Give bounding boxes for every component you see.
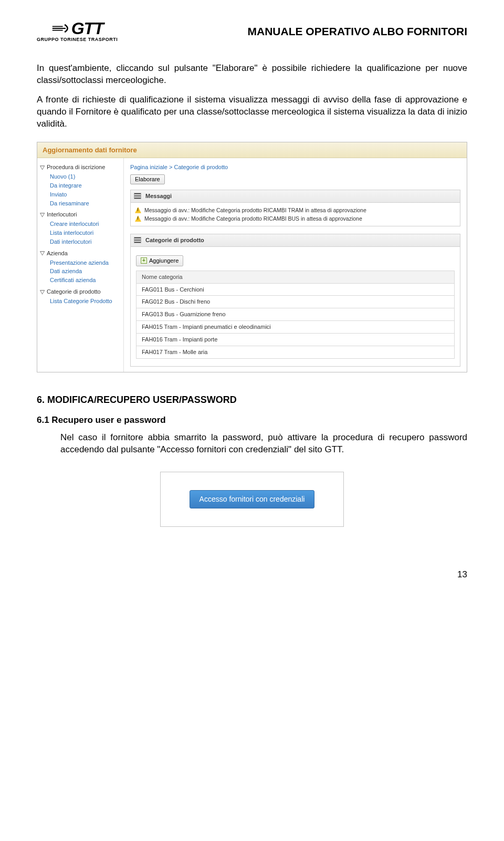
section-6-1-body: Nel caso il fornitore abbia smarrito la … <box>60 432 467 456</box>
categories-panel-header: Categorie di prodotto <box>130 234 460 247</box>
sidebar-item[interactable]: Nuovo (1) <box>40 172 121 181</box>
sidebar-item[interactable]: Dati interlocutori <box>40 237 121 246</box>
document-title: MANUALE OPERATIVO ALBO FORNITORI <box>248 24 467 39</box>
embedded-screenshot: Aggiornamento dati fornitore ▽Procedura … <box>37 142 467 372</box>
elaborare-button[interactable]: Elaborare <box>130 174 165 184</box>
panel-collapse-icon[interactable] <box>134 193 141 199</box>
caret-icon: ▽ <box>40 288 45 296</box>
table-row[interactable]: FAG013 Bus - Guarnizione freno <box>136 308 455 321</box>
page-number: 13 <box>37 569 467 581</box>
screenshot-title-bar: Aggiornamento dati fornitore <box>37 142 467 159</box>
category-name-cell: FAH016 Tram - Impianti porte <box>136 333 455 346</box>
main-panel: Pagina iniziale > Categorie di prodotto … <box>124 158 467 371</box>
message-text: Messaggio di avv.: Modifiche Categoria p… <box>144 215 362 222</box>
breadcrumb[interactable]: Pagina iniziale > Categorie di prodotto <box>130 163 460 171</box>
warning-icon <box>135 215 141 222</box>
section-6-1-heading: 6.1 Recupero user e password <box>37 414 467 427</box>
table-row[interactable]: FAH015 Tram - Impianti pneumatici e oleo… <box>136 321 455 334</box>
gtt-logo: GTT GRUPPO TORINESE TRASPORTI <box>37 21 118 43</box>
sidebar-group-title[interactable]: ▽Interlocutori <box>40 211 121 219</box>
plus-icon: + <box>141 257 147 264</box>
messages-panel-header: Messaggi <box>130 190 460 203</box>
sidebar-group-title[interactable]: ▽Azienda <box>40 250 121 257</box>
logo-subtitle: GRUPPO TORINESE TRASPORTI <box>37 36 118 43</box>
section-6-heading: 6. MODIFICA/RECUPERO USER/PASSWORD <box>37 393 467 406</box>
sidebar-item[interactable]: Dati azienda <box>40 267 121 276</box>
add-button-label: Aggiungere <box>149 257 178 265</box>
add-button[interactable]: + Aggiungere <box>136 255 183 266</box>
table-row[interactable]: FAH016 Tram - Impianti porte <box>136 333 455 346</box>
categories-table: Nome categoria FAG011 Bus - CerchioniFAG… <box>136 271 455 359</box>
message-text: Messaggio di avv.: Modifiche Categoria p… <box>144 206 366 214</box>
page-header: GTT GRUPPO TORINESE TRASPORTI MANUALE OP… <box>37 21 467 43</box>
message-line: Messaggio di avv.: Modifiche Categoria p… <box>135 214 456 223</box>
logo-wing-icon <box>51 24 70 33</box>
sidebar-item[interactable]: Lista interlocutori <box>40 229 121 237</box>
paragraph-2: A fronte di richieste di qualificazione … <box>37 94 467 130</box>
messages-list: Messaggio di avv.: Modifiche Categoria p… <box>130 203 460 226</box>
sidebar-item[interactable]: Presentazione azienda <box>40 258 121 267</box>
category-name-cell: FAG013 Bus - Guarnizione freno <box>136 308 455 321</box>
sidebar-item[interactable]: Certificati azienda <box>40 276 121 285</box>
caret-icon: ▽ <box>40 250 45 257</box>
sidebar-item[interactable]: Da riesaminare <box>40 199 121 208</box>
table-row[interactable]: FAG011 Bus - Cerchioni <box>136 283 455 296</box>
category-name-cell: FAG012 Bus - Dischi freno <box>136 296 455 308</box>
panel-collapse-icon[interactable] <box>134 237 141 243</box>
sidebar-item[interactable]: Da integrare <box>40 181 121 190</box>
login-button-frame: Accesso fornitori con credenziali <box>160 472 344 527</box>
sidebar-item[interactable]: Lista Categorie Prodotto <box>40 297 121 306</box>
caret-icon: ▽ <box>40 164 45 171</box>
paragraph-1: In quest'ambiente, cliccando sul pulsant… <box>37 63 467 87</box>
table-header-name: Nome categoria <box>136 271 455 283</box>
sidebar-group-title[interactable]: ▽Categorie di prodotto <box>40 288 121 296</box>
category-name-cell: FAG011 Bus - Cerchioni <box>136 283 455 296</box>
sidebar: ▽Procedura di iscrizioneNuovo (1)Da inte… <box>37 158 124 371</box>
access-suppliers-button[interactable]: Accesso fornitori con credenziali <box>190 490 315 508</box>
table-row[interactable]: FAH017 Tram - Molle aria <box>136 346 455 358</box>
categories-label: Categorie di prodotto <box>145 236 204 244</box>
sidebar-group-title[interactable]: ▽Procedura di iscrizione <box>40 163 121 171</box>
messages-label: Messaggi <box>145 192 172 200</box>
category-name-cell: FAH015 Tram - Impianti pneumatici e oleo… <box>136 321 455 334</box>
warning-icon <box>135 207 141 213</box>
sidebar-item[interactable]: Creare interlocutori <box>40 220 121 229</box>
category-name-cell: FAH017 Tram - Molle aria <box>136 346 455 358</box>
caret-icon: ▽ <box>40 211 45 219</box>
message-line: Messaggio di avv.: Modifiche Categoria p… <box>135 206 456 214</box>
categories-panel: + Aggiungere Nome categoria FAG011 Bus -… <box>130 247 460 367</box>
table-row[interactable]: FAG012 Bus - Dischi freno <box>136 296 455 308</box>
sidebar-item[interactable]: Inviato <box>40 190 121 199</box>
logo-text: GTT <box>71 21 103 36</box>
